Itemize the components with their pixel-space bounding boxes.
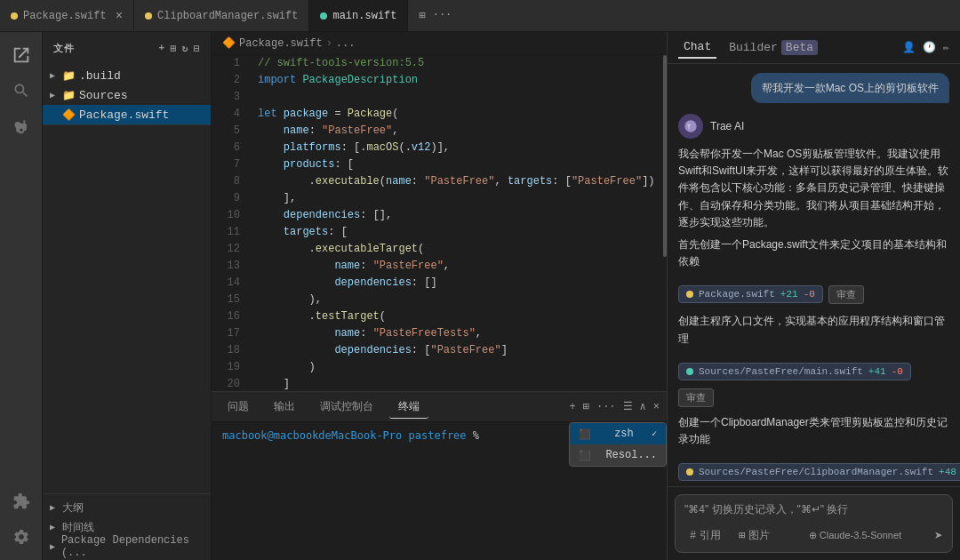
code-line-17: 17 name: "PasteFreeTests", [212, 325, 667, 342]
tab-main-swift[interactable]: main.swift [309, 0, 408, 31]
terminal-tab-problems[interactable]: 问题 [219, 396, 258, 418]
close-terminal-icon[interactable]: × [653, 401, 660, 413]
tree-item-sources[interactable]: ▶ 📁 Sources [43, 85, 211, 105]
chevron-up-icon[interactable]: ∧ [640, 400, 646, 413]
tab-close-icon[interactable]: × [116, 9, 123, 23]
code-line-1: 1 // swift-tools-version:5.5 [212, 55, 667, 72]
file-chip-package[interactable]: Package.swift +21 -0 [678, 285, 823, 303]
tab-package-swift[interactable]: Package.swift × [0, 0, 134, 31]
dropdown-item-resol[interactable]: ⬛ Resol... [570, 444, 666, 466]
tab-clipboardmanager[interactable]: ClipboardManager.swift [134, 0, 309, 31]
check-icon: ✓ [652, 428, 657, 439]
line-number: 11 [212, 224, 254, 241]
tree-label: .build [79, 69, 121, 83]
terminal-path: macbook@macbookdeMacBook-Pro [222, 429, 402, 442]
line-code: .testTarget( [254, 308, 667, 325]
chat-messages: 帮我开发一款Mac OS上的剪切板软件 T Trae AI 我会帮你开发一个Ma… [668, 64, 960, 486]
refresh-icon[interactable]: ↻ [182, 43, 188, 54]
split-editor-icon[interactable]: ⊞ [419, 9, 425, 22]
line-code: import PackageDescription [254, 72, 667, 89]
ai-step-2-text: 创建主程序入口文件，实现基本的应用程序结构和窗口管理 [678, 313, 949, 347]
send-button[interactable]: ➤ [934, 527, 943, 545]
line-number: 15 [212, 292, 254, 308]
terminal-icon-2: ⬛ [579, 450, 591, 461]
diff-del: -0 [804, 289, 815, 300]
extensions-icon[interactable] [5, 485, 37, 517]
line-number: 4 [212, 106, 254, 123]
line-code: ), [254, 292, 667, 308]
folder-icon: 📁 [62, 89, 76, 102]
file-chip-name: Sources/PasteFree/main.swift [699, 366, 863, 377]
settings-icon[interactable] [5, 521, 37, 553]
new-file-icon[interactable]: + [159, 43, 165, 54]
review-button-2[interactable]: 审查 [678, 388, 714, 407]
diff-add: +41 [868, 366, 886, 377]
history-icon[interactable]: 🕐 [923, 41, 936, 54]
tree-item-build[interactable]: ▶ 📁 .build [43, 66, 211, 85]
code-line-20: 20 ] [212, 376, 667, 391]
terminal-tab-output[interactable]: 输出 [265, 396, 304, 418]
explorer-icon[interactable] [5, 39, 37, 71]
ai-step-2: 创建主程序入口文件，实现基本的应用程序结构和窗口管理 [678, 313, 949, 352]
file-swift-icon: 🔶 [62, 108, 76, 122]
diff-add: +21 [780, 289, 798, 300]
breadcrumb-file: Package.swift [239, 37, 323, 50]
reference-button[interactable]: # 引用 [684, 526, 726, 545]
breadcrumb-dot: 🔶 [222, 36, 236, 50]
chat-tab[interactable]: Chat [678, 36, 716, 59]
more-icon[interactable]: ··· [596, 401, 616, 413]
file-chip-main[interactable]: Sources/PasteFree/main.swift +41 -0 [678, 363, 911, 380]
terminal-tab-debug[interactable]: 调试控制台 [311, 396, 382, 418]
file-dot-blue [686, 368, 693, 375]
more-actions-icon[interactable]: ··· [433, 9, 452, 22]
svg-text:T: T [687, 124, 691, 131]
image-icon: ⊞ [739, 529, 745, 542]
outline-item[interactable]: ▶ 大纲 [43, 498, 211, 517]
new-chat-icon[interactable]: ✏️ [943, 41, 949, 54]
code-line-11: 11 targets: [ [212, 224, 667, 241]
line-number: 8 [212, 173, 254, 190]
terminal-tab-terminal[interactable]: 终端 [389, 396, 428, 419]
add-terminal-icon[interactable]: + [570, 401, 576, 413]
split-terminal-icon[interactable]: ⊞ [583, 400, 589, 413]
dropdown-item-zsh[interactable]: ⬛ zsh ✓ [570, 423, 666, 444]
outline-label: 大纲 [62, 500, 84, 516]
chat-input-box[interactable]: "⌘4" 切换历史记录入，"⌘↵" 换行 # 引用 ⊞ 图片 ⊕ Claude-… [675, 494, 953, 553]
file-chip-clipboard[interactable]: Sources/PasteFree/ClipboardManager.swift… [678, 463, 960, 481]
tab-dot-yellow [11, 12, 18, 20]
input-placeholder-text: "⌘4" 切换历史记录入，"⌘↵" 换行 [684, 503, 848, 516]
line-code: let package = Package( [254, 106, 667, 123]
main-layout: 文件 + ⊞ ↻ ⊟ ▶ 📁 .build ▶ 📁 Sources ▶ 🔶 [0, 32, 960, 560]
editor-content[interactable]: 1 // swift-tools-version:5.5 2 import Pa… [212, 55, 667, 391]
file-dot-yellow [686, 291, 693, 298]
review-button[interactable]: 审查 [828, 285, 864, 304]
builder-tab[interactable]: Builder Beta [724, 36, 823, 59]
code-line-5: 5 name: "PasteFree", [212, 123, 667, 140]
svg-point-0 [684, 120, 696, 132]
chevron-icon: ▶ [50, 502, 59, 513]
image-button[interactable]: ⊞ 图片 [733, 526, 775, 545]
line-number: 14 [212, 275, 254, 292]
line-number: 20 [212, 376, 254, 391]
code-line-13: 13 name: "PasteFree", [212, 258, 667, 275]
tab-label: 输出 [274, 401, 295, 413]
line-code: ] [254, 376, 667, 391]
package-deps-item[interactable]: ▶ Package Dependencies (... [43, 537, 211, 556]
line-code: ], [254, 190, 667, 207]
line-number: 19 [212, 359, 254, 376]
search-icon[interactable] [5, 75, 37, 107]
line-number: 17 [212, 325, 254, 342]
chat-header-icons: 👤 🕐 ✏️ [902, 41, 949, 54]
code-line-12: 12 .executableTarget( [212, 241, 667, 258]
source-control-icon[interactable] [5, 110, 37, 142]
dropdown-label: Resol... [605, 449, 657, 461]
layout-icon[interactable]: ☰ [623, 400, 633, 413]
code-line-2: 2 import PackageDescription [212, 72, 667, 89]
new-folder-icon[interactable]: ⊞ [171, 43, 177, 54]
collapse-icon[interactable]: ⊟ [194, 43, 200, 54]
line-number: 1 [212, 55, 254, 72]
breadcrumb: 🔶 Package.swift › ... [212, 32, 667, 55]
tab-label: 调试控制台 [320, 401, 373, 413]
person-icon[interactable]: 👤 [902, 41, 916, 54]
tree-item-package[interactable]: ▶ 🔶 Package.swift [43, 105, 211, 124]
